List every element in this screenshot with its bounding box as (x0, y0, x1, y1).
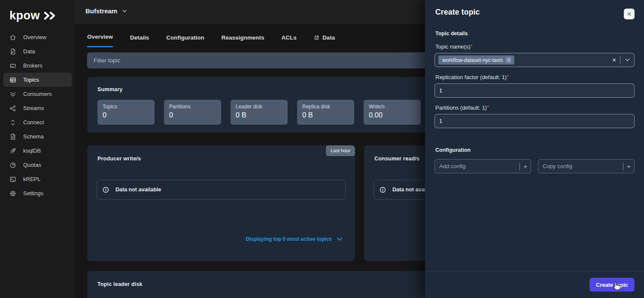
partitions-input[interactable] (434, 114, 635, 128)
tag-remove-icon[interactable]: × (506, 57, 511, 63)
tab-data[interactable]: Data (314, 34, 335, 47)
drawer-header: Create topic (425, 0, 644, 19)
add-config-combo: + (434, 159, 531, 173)
stat-card-writes: Write/s 0.00 (364, 100, 421, 125)
gear-icon (9, 190, 16, 197)
copy-config-input[interactable] (538, 159, 635, 173)
replication-input[interactable] (434, 83, 635, 98)
rocket-icon (9, 147, 16, 154)
create-topic-drawer: Create topic Topic details Topic name(s)… (425, 0, 644, 298)
config-row: + + (425, 159, 644, 173)
divider (623, 163, 623, 170)
tab-configuration[interactable]: Configuration (166, 34, 204, 47)
chevron-down-icon[interactable] (624, 57, 631, 63)
copy-config-controls: + (623, 159, 631, 173)
clear-icon[interactable]: × (612, 57, 616, 64)
app-window: Bufstream Overview Details Configuration… (0, 0, 644, 298)
home-icon (9, 34, 16, 41)
producer-empty-state: Data not available (97, 180, 346, 200)
drawer-footer: Create topic (425, 271, 644, 298)
time-range-badge[interactable]: Last hour (326, 145, 355, 156)
sidebar-item-schema[interactable]: Schema (3, 129, 72, 144)
topic-name-label: Topic name(s)* (425, 43, 644, 50)
sidebar-item-quotas[interactable]: Quotas (3, 158, 72, 172)
stat-card-topics: Topics 0 (97, 100, 155, 125)
required-marker: * (507, 74, 509, 80)
sidebar-item-consumers[interactable]: Consumers (3, 87, 72, 101)
pie-chart-icon (9, 162, 16, 169)
stat-card-replica-disk: Replica disk 0 B (297, 100, 354, 125)
sidebar-item-streams[interactable]: Streams (3, 101, 72, 115)
drawer-title: Create topic (435, 8, 480, 17)
top-topics-link[interactable]: Displaying top 0 most active topics (246, 236, 343, 243)
required-marker: * (471, 43, 473, 49)
sidebar: kpow Overview Data Brokers Topics C (0, 0, 75, 298)
chevron-down-icon (122, 8, 128, 14)
topic-name-input[interactable]: workflow-dataset-nyc-taxis × × (434, 53, 635, 67)
combo-controls: × (612, 53, 631, 67)
divider (620, 56, 620, 64)
kpow-logo: kpow (0, 0, 75, 25)
tab-overview[interactable]: Overview (87, 34, 113, 47)
close-button[interactable] (624, 9, 635, 19)
replication-label: Replication factor (default: 1)* (425, 74, 644, 80)
sidebar-item-settings[interactable]: Settings (3, 186, 72, 200)
partitions-label: Partitions (default: 1)* (425, 104, 644, 111)
divider (519, 163, 520, 170)
chevron-down-icon (336, 236, 343, 243)
double-chevron-right-icon (43, 11, 57, 20)
required-marker: * (487, 104, 489, 111)
stat-card-partitions: Partitions 0 (164, 100, 221, 125)
create-topic-button[interactable]: Create topic (589, 278, 635, 292)
document-icon (9, 133, 16, 140)
tab-details[interactable]: Details (130, 34, 149, 47)
stat-card-leader-disk: Leader disk 0 B (231, 100, 288, 125)
chevrons-down-icon (9, 91, 16, 98)
cluster-name: Bufstream (85, 7, 117, 15)
section-configuration: Configuration (425, 147, 644, 153)
sidebar-nav: Overview Data Brokers Topics Consumers S… (0, 30, 75, 200)
file-icon (9, 48, 16, 55)
add-config-input[interactable] (434, 159, 531, 173)
producer-writes-panel: Producer write/s Last hour Data not avai… (87, 145, 355, 261)
topic-name-tag: workflow-dataset-nyc-taxis × (438, 55, 514, 65)
producer-panel-title: Producer write/s (97, 156, 345, 162)
sort-arrows-icon (9, 119, 16, 126)
tab-reassignments[interactable]: Reassignments (222, 34, 264, 47)
sidebar-item-connect[interactable]: Connect (3, 115, 72, 129)
sidebar-item-brokers[interactable]: Brokers (3, 58, 72, 73)
table-icon (9, 77, 16, 83)
plus-icon[interactable]: + (627, 163, 631, 170)
external-link-icon (314, 35, 319, 40)
plus-icon[interactable]: + (523, 163, 527, 170)
tab-acls[interactable]: ACLs (282, 34, 297, 47)
cluster-selector[interactable]: Bufstream (75, 0, 144, 15)
sidebar-item-topics[interactable]: Topics (3, 73, 72, 87)
sidebar-item-krepl[interactable]: kREPL (3, 172, 72, 186)
drive-icon (9, 62, 16, 69)
copy-config-combo: + (538, 159, 635, 173)
logo-text: kpow (9, 9, 40, 22)
close-icon (626, 11, 632, 17)
add-config-controls: + (519, 159, 527, 173)
share-icon (9, 105, 16, 112)
info-icon (102, 186, 109, 194)
terminal-icon (9, 176, 16, 183)
sidebar-item-data[interactable]: Data (3, 44, 72, 58)
sidebar-item-ksqldb[interactable]: ksqlDB (3, 144, 72, 158)
info-icon (379, 186, 386, 194)
sidebar-item-overview[interactable]: Overview (3, 30, 72, 44)
section-topic-details: Topic details (425, 31, 644, 37)
